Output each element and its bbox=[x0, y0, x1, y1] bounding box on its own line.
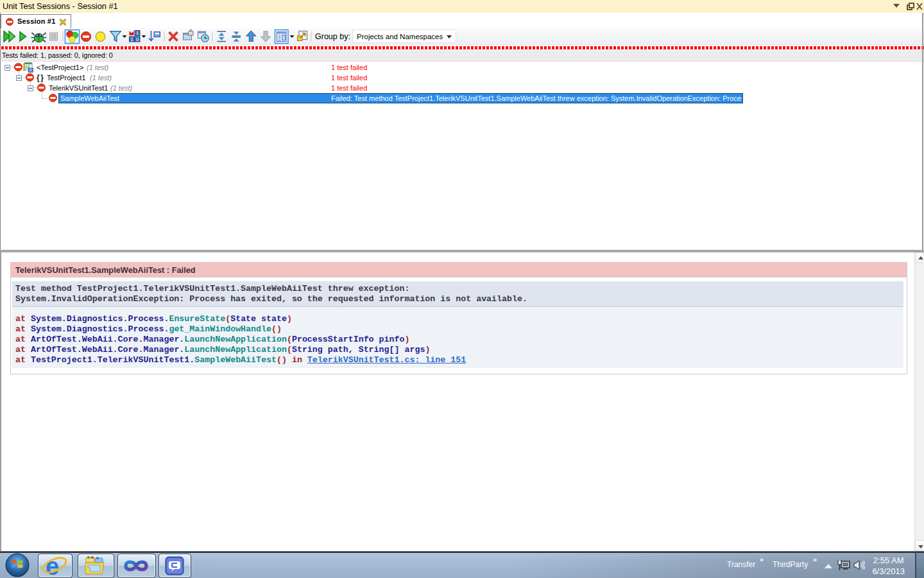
svg-text:1: 1 bbox=[136, 30, 139, 36]
svg-text:c#: c# bbox=[26, 64, 31, 69]
svg-text:1: 1 bbox=[131, 37, 133, 42]
svg-text:0: 0 bbox=[136, 37, 139, 42]
